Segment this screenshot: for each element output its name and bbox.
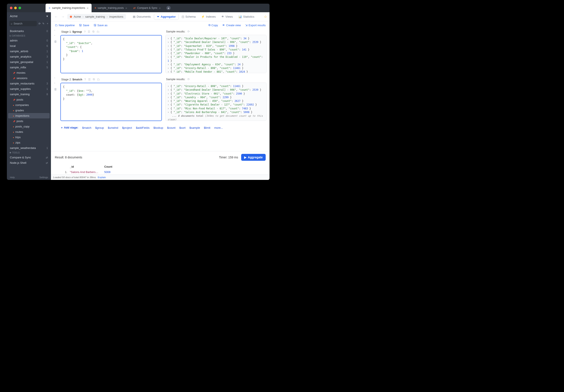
explain-link[interactable]: Explain bbox=[98, 176, 106, 179]
sidebar-db-local[interactable]: local6 bbox=[7, 43, 51, 49]
save-as-button[interactable]: 🖫Save as bbox=[94, 24, 108, 27]
sidebar-db-sample_airbnb[interactable]: sample_airbnb1 bbox=[7, 49, 51, 54]
search-input[interactable]: ⌕ Search bbox=[9, 21, 37, 26]
sidebar-collection-posts_copy[interactable]: ●posts_copy bbox=[7, 124, 51, 129]
close-window-button[interactable] bbox=[10, 7, 13, 9]
minimize-window-button[interactable] bbox=[14, 7, 17, 9]
viewtab-indexes[interactable]: ⚡Indexes bbox=[198, 14, 218, 20]
maximize-window-button[interactable] bbox=[18, 7, 21, 9]
sidebar-db-sample_training[interactable]: sample_training8 bbox=[7, 92, 51, 97]
add-stage-button[interactable]: ＋ Add stage: bbox=[60, 126, 78, 130]
op-lookup[interactable]: $lookup bbox=[154, 126, 163, 129]
refresh-results-icon[interactable]: ⟳ bbox=[187, 78, 190, 81]
tab-sample-training-inspections[interactable]: ⟡sample_training.inspections× bbox=[46, 4, 92, 12]
stage-editor[interactable]: { "_id": {$ne: ""}, count: {$gt: 2000} } bbox=[60, 83, 162, 121]
result-line[interactable]: { "_id": "Employment Agency - 034", "cou… bbox=[168, 63, 264, 66]
op-sample[interactable]: $sample bbox=[189, 126, 200, 129]
edit-icon[interactable]: ✎ bbox=[42, 22, 44, 25]
sidebar-db-sample_geospatial[interactable]: sample_geospatial1 bbox=[7, 59, 51, 65]
result-line[interactable]: { "_id": "Secondhand Dealer [General] - … bbox=[168, 88, 264, 92]
aggregate-button[interactable]: ▶Aggregate bbox=[241, 154, 266, 161]
export-results-button[interactable]: ⇲Export results bbox=[245, 24, 266, 27]
help-icon[interactable]: ? bbox=[84, 30, 85, 33]
settings-link[interactable]: Settings bbox=[39, 176, 48, 179]
move-up-icon[interactable]: ˄ bbox=[54, 29, 57, 33]
close-tab-icon[interactable]: × bbox=[125, 6, 127, 10]
refresh-icon[interactable]: ⟳ bbox=[39, 22, 41, 25]
op-limit[interactable]: $limit bbox=[204, 126, 210, 129]
op-unwind[interactable]: $unwind bbox=[108, 126, 118, 129]
op-match[interactable]: $match bbox=[82, 126, 91, 129]
op-count[interactable]: $count bbox=[167, 126, 175, 129]
sidebar-db-sample_restaurants[interactable]: sample_restaurants3 bbox=[7, 81, 51, 86]
move-down-icon[interactable]: ˅ bbox=[54, 35, 57, 38]
favorite-star-icon[interactable]: ☆ bbox=[264, 15, 267, 19]
breadcrumb[interactable]: Acme› sample_training› inspections bbox=[67, 14, 126, 19]
refresh-results-icon[interactable]: ⟳ bbox=[187, 30, 190, 33]
list-icon[interactable]: ☰ bbox=[88, 78, 91, 81]
result-row[interactable]: 1."Salons And Barbers…5008 bbox=[51, 169, 269, 174]
result-line[interactable]: { "_id": "Scale Dealer/Repairer - 107", … bbox=[168, 37, 264, 40]
sidebar-db-admin[interactable]: admin0 bbox=[7, 38, 51, 43]
sidebar-db-sample_weatherdata[interactable]: sample_weatherdata1 bbox=[7, 145, 51, 151]
save-button[interactable]: 🖫Save bbox=[79, 24, 89, 27]
op-addFields[interactable]: $addFields bbox=[136, 126, 150, 129]
sidebar-tool-node-js-shell[interactable]: Node.js Shell⇄ bbox=[7, 160, 51, 166]
folder-icon[interactable]: 🗀 bbox=[97, 78, 100, 81]
result-line[interactable]: { "_id": "Grocery-Retail - 808", "count"… bbox=[168, 66, 264, 70]
close-tab-icon[interactable]: × bbox=[159, 6, 161, 10]
viewtab-views[interactable]: 👁Views bbox=[219, 14, 235, 20]
copy-stage-icon[interactable]: ⧉ bbox=[92, 30, 94, 33]
sidebar-collection-companies[interactable]: ●companies bbox=[7, 102, 51, 108]
sidebar-collection-grades[interactable]: ●grades bbox=[7, 108, 51, 113]
stage-editor[interactable]: { "_id": "$sector", "count": { "$sum": 1… bbox=[60, 35, 162, 73]
op-more[interactable]: more... bbox=[214, 126, 223, 129]
viewtab-schema[interactable]: ◫Schema bbox=[179, 14, 198, 20]
sidebar-db-sample_analytics[interactable]: sample_analytics3 bbox=[7, 54, 51, 59]
folder-icon[interactable]: 🗀 bbox=[97, 30, 99, 33]
delete-stage-icon[interactable]: 🗑 bbox=[54, 87, 57, 91]
result-line[interactable]: { "_id": "Wearing Apparel - 450", "count… bbox=[168, 99, 264, 103]
delete-stage-icon[interactable]: 🗑 bbox=[54, 40, 57, 43]
move-up-icon[interactable]: ˄ bbox=[54, 77, 57, 81]
copy-button[interactable]: ⧉Copy bbox=[209, 23, 218, 27]
viewtab-statistics[interactable]: 📊Statistics bbox=[236, 14, 257, 20]
sidebar-collection-zips[interactable]: ●zips bbox=[7, 140, 51, 145]
result-line[interactable]: { "_id": "Grocery-Retail - 808", "count"… bbox=[168, 84, 264, 88]
op-group[interactable]: $group bbox=[95, 126, 104, 129]
add-icon[interactable]: ＋ bbox=[46, 22, 49, 25]
sidebar-db-sample_supplies[interactable]: sample_supplies1 bbox=[7, 86, 51, 92]
sidebar-collection-trips[interactable]: ●trips bbox=[7, 135, 51, 140]
nav-forward-button[interactable]: → bbox=[60, 15, 66, 19]
close-tab-icon[interactable]: × bbox=[87, 6, 88, 10]
result-line[interactable]: { "_id": "Secondhand Dealer [General] - … bbox=[168, 40, 264, 44]
result-line[interactable]: { "_id": "Tobacco Prod'T Sales - 890", "… bbox=[168, 48, 264, 52]
move-down-icon[interactable]: ˅ bbox=[54, 82, 57, 86]
sidebar-collection-sessions[interactable]: 📌sessions bbox=[7, 75, 51, 81]
result-line[interactable]: { "_id": "Cigarette Retail Dealer - 127"… bbox=[168, 103, 264, 107]
result-line[interactable]: { "_id": "Electronic Store - 001", "coun… bbox=[168, 92, 264, 96]
tab-compare-sync[interactable]: ⇄Compare & Sync× bbox=[130, 4, 164, 12]
sidebar-tool-compare-sync[interactable]: Compare & Sync⇄ bbox=[7, 155, 51, 160]
help-link[interactable]: Help bbox=[10, 176, 15, 179]
create-view-button[interactable]: 👁Create view bbox=[222, 24, 241, 27]
bookmarks-item[interactable]: Bookmarks 0 bbox=[7, 28, 51, 34]
sidebar-collection-inspections[interactable]: ●inspections bbox=[8, 113, 50, 118]
new-tab-button[interactable]: + bbox=[166, 6, 171, 10]
sidebar-db-sample_mflix[interactable]: sample_mflix5 bbox=[7, 65, 51, 70]
result-line[interactable]: { "_id": "Supermarket - 819", "count": 1… bbox=[168, 44, 264, 48]
result-line[interactable]: { "_id": "Mobile Food Vendor - 881", "co… bbox=[168, 70, 264, 73]
result-line[interactable]: { "_id": "Pawnbroker - 080", "count": 23… bbox=[168, 52, 264, 55]
result-line[interactable]: { "_id": "Laundry - 064", "count": 2299 … bbox=[168, 96, 264, 99]
result-line[interactable]: { "_id": "Misc Non-Food Retail - 817", "… bbox=[168, 107, 264, 111]
sidebar-collection-movies[interactable]: 📌movies bbox=[7, 70, 51, 75]
nav-back-button[interactable]: ← bbox=[54, 15, 59, 19]
op-project[interactable]: $project bbox=[122, 126, 132, 129]
copy-stage-icon[interactable]: ⧉ bbox=[93, 78, 95, 81]
viewtab-documents[interactable]: ▤Documents bbox=[130, 14, 154, 20]
help-icon[interactable]: ? bbox=[85, 78, 86, 81]
list-icon[interactable]: ☰ bbox=[88, 30, 90, 33]
new-pipeline-button[interactable]: 🗀New pipeline bbox=[55, 24, 75, 27]
op-sort[interactable]: $sort bbox=[179, 126, 185, 129]
sidebar-collection-posts[interactable]: 📌posts bbox=[7, 118, 51, 124]
